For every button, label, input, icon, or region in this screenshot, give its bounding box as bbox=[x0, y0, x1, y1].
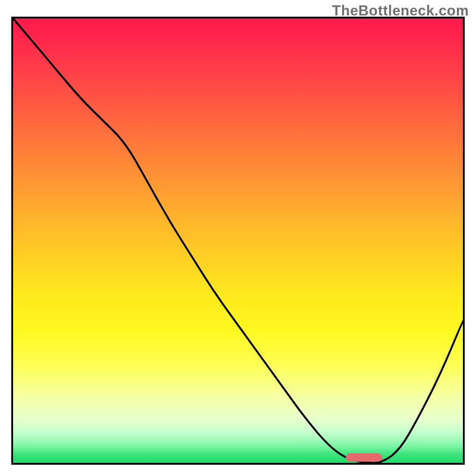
chart-frame: TheBottleneck.com bbox=[0, 0, 476, 476]
watermark-text: TheBottleneck.com bbox=[332, 2, 469, 19]
optimal-range-marker bbox=[346, 453, 381, 462]
bottleneck-curve bbox=[13, 18, 463, 463]
plot-area bbox=[11, 17, 465, 465]
